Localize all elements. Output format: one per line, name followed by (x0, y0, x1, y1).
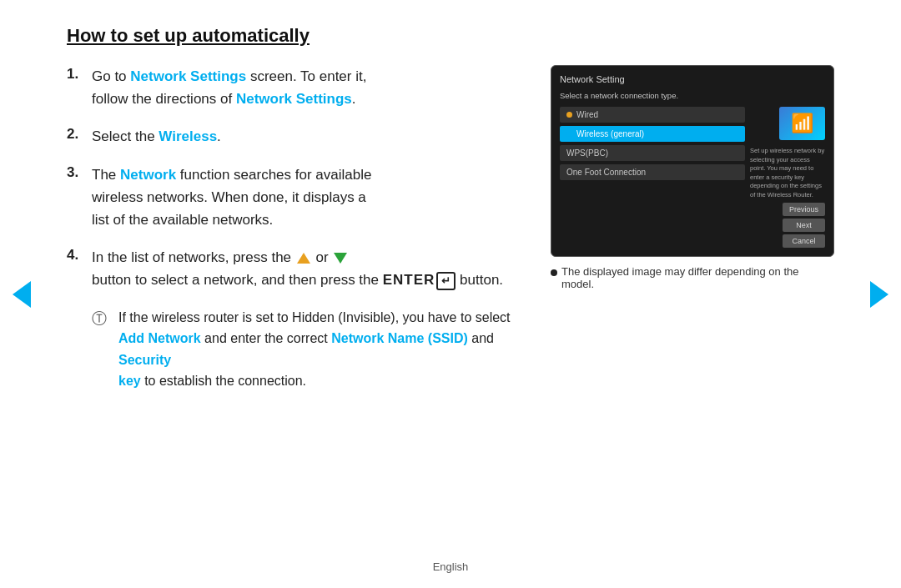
onefoot-option[interactable]: One Foot Connection (560, 164, 745, 180)
right-arrow-icon (870, 281, 888, 308)
ns-options: Wired Wireless (general) WPS(PBC) One Fo… (560, 107, 745, 248)
add-network-link[interactable]: Add Network (118, 331, 201, 345)
network-name-link[interactable]: Network Name (SSID) (331, 331, 468, 345)
next-button[interactable]: Next (783, 219, 825, 232)
step-3-text: The Network function searches for availa… (92, 163, 371, 232)
caption-area: The displayed image may differ depending… (551, 265, 834, 290)
step-1: 1. Go to Network Settings screen. To ent… (67, 65, 526, 110)
note-icon: Ⓣ (92, 307, 112, 329)
wired-label: Wired (576, 110, 598, 119)
cancel-button[interactable]: Cancel (783, 234, 825, 248)
step-4: 4. In the list of networks, press the or… (67, 246, 526, 291)
ns-buttons: Previous Next Cancel (783, 203, 825, 248)
step-4-number: 4. (67, 246, 92, 264)
ns-thumbnail: 📶 (779, 107, 825, 140)
wps-label: WPS(PBC) (566, 148, 608, 158)
or-text: or (316, 249, 329, 265)
network-settings-link-2[interactable]: Network Settings (236, 91, 352, 107)
caption-bullet (551, 269, 557, 276)
step-2-text: Select the Wireless. (92, 125, 221, 148)
step-3-number: 3. (67, 163, 92, 181)
wireless-link[interactable]: Wireless (159, 128, 217, 144)
footer-text: English (433, 560, 469, 573)
step-3: 3. The Network function searches for ava… (67, 163, 526, 232)
step-4-text: In the list of networks, press the or bu… (92, 246, 503, 291)
page-title: How to set up automatically (67, 25, 834, 47)
main-content: How to set up automatically 1. Go to Net… (0, 0, 901, 417)
caption-text: The displayed image may differ depending… (561, 265, 834, 290)
wireless-option[interactable]: Wireless (general) (560, 126, 745, 142)
step-1-number: 1. (67, 65, 92, 83)
steps-column: 1. Go to Network Settings screen. To ent… (67, 65, 526, 392)
enter-label: ENTER (383, 272, 435, 288)
onefoot-label: One Foot Connection (566, 168, 646, 177)
note-block: Ⓣ If the wireless router is set to Hidde… (92, 307, 526, 392)
content-wrapper: 1. Go to Network Settings screen. To ent… (67, 65, 834, 392)
wireless-dot (566, 131, 572, 137)
note-text: If the wireless router is set to Hidden … (118, 307, 526, 392)
wps-option[interactable]: WPS(PBC) (560, 145, 745, 161)
wifi-icon: 📶 (791, 113, 813, 134)
enter-icon: ↵ (436, 272, 456, 290)
ns-right: 📶 Set up wireless network by selecting y… (750, 107, 825, 248)
wireless-general-label: Wireless (general) (576, 129, 644, 138)
security-key-link[interactable]: Security key (118, 353, 171, 389)
ns-subtitle: Select a network connection type. (560, 91, 825, 100)
previous-button[interactable]: Previous (783, 203, 825, 216)
step-2: 2. Select the Wireless. (67, 125, 526, 148)
network-link[interactable]: Network (120, 167, 176, 183)
footer: English (433, 560, 469, 573)
wired-dot (566, 112, 572, 118)
step-1-text: Go to Network Settings screen. To enter … (92, 65, 366, 110)
right-column: Network Setting Select a network connect… (551, 65, 834, 392)
step-2-number: 2. (67, 125, 92, 143)
left-arrow-icon (13, 281, 31, 308)
nav-arrow-left[interactable] (10, 283, 33, 306)
network-settings-link-1[interactable]: Network Settings (130, 68, 246, 84)
arrow-down-icon (334, 253, 347, 264)
nav-arrow-right[interactable] (868, 283, 891, 306)
ns-desc: Set up wireless network by selecting you… (750, 147, 825, 199)
wired-option[interactable]: Wired (560, 107, 745, 123)
ns-inner: Wired Wireless (general) WPS(PBC) One Fo… (560, 107, 825, 248)
network-screenshot: Network Setting Select a network connect… (551, 65, 834, 257)
arrow-up-icon (297, 253, 310, 264)
ns-title: Network Setting (560, 74, 825, 84)
